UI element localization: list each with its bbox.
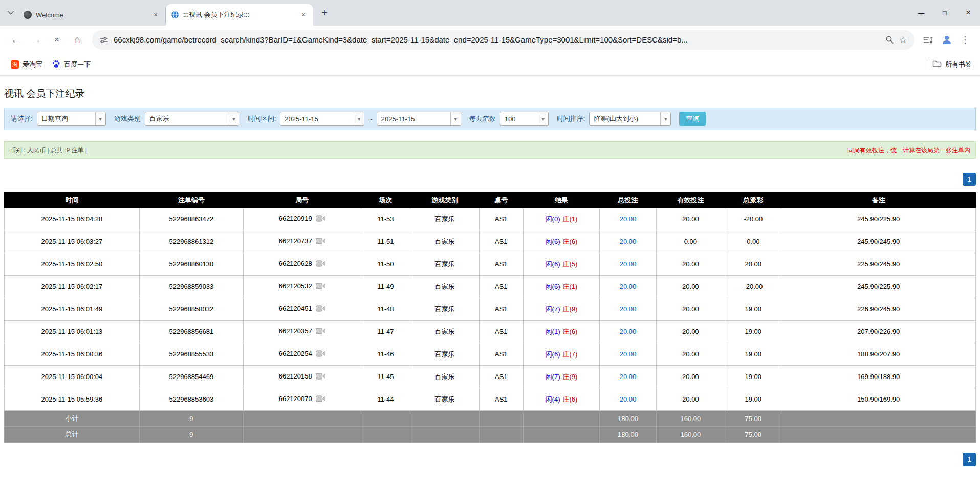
cell-bet-id: 522968856681 [139,321,243,343]
tab-betrecord[interactable]: :::视讯 会员下注纪录::: × [166,4,313,26]
sum-payout: 75.00 [725,411,781,427]
video-icon[interactable] [316,372,325,381]
new-tab-button[interactable]: + [317,6,332,20]
total-bet-link[interactable]: 20.00 [620,215,637,223]
table-row: 2025-11-15 06:01:13522968856681662120357… [5,321,976,343]
chevron-down-icon[interactable]: ▾ [354,112,364,125]
video-icon[interactable] [316,237,325,246]
total-bet-link[interactable]: 20.00 [620,395,637,403]
table-header-row: 时间注单编号局号场次游戏类别桌号结果总投注有效投注总派彩备注 [5,193,976,208]
per-page-select[interactable]: 100 ▾ [500,112,549,126]
tab-title: :::视讯 会员下注纪录::: [183,10,295,19]
cell-game-type: 百家乐 [410,253,480,276]
total-bet-link[interactable]: 20.00 [620,328,637,335]
forward-button[interactable]: → [27,30,46,50]
cell-payout: -20.00 [725,208,781,230]
cell-valid-bet: 20.00 [656,366,725,388]
search-button[interactable]: 查询 [679,112,706,126]
video-icon[interactable] [316,215,325,223]
valid-bet-notice-text: 同局有效投注，统一计算在该局第一张注单内 [847,146,970,155]
back-button[interactable]: ← [6,30,26,50]
cell-total-bet: 20.00 [600,253,656,276]
game-type-select[interactable]: 百家乐 ▾ [145,112,239,126]
bookmark-baidu[interactable]: 百度一下 [47,57,95,72]
page-number-button[interactable]: 1 [963,453,976,466]
table-row: 2025-11-15 06:02:17522968859033662120532… [5,276,976,298]
bookmark-taobao[interactable]: 淘 爱淘宝 [6,57,47,72]
cell-result: 闲(6)庄(7) [523,343,600,366]
total-bet-link[interactable]: 20.00 [620,373,637,381]
date-start-select[interactable]: 2025-11-15 ▾ [280,112,364,126]
cell-table-no: AS1 [480,208,523,230]
cell-payout: 19.00 [725,321,781,343]
maximize-button[interactable]: □ [933,0,956,26]
column-header: 局号 [243,193,361,208]
cell-result: 闲(7)庄(9) [523,366,600,388]
bookmark-label: 爱淘宝 [23,60,42,69]
cell-session: 11-53 [361,208,410,230]
video-icon[interactable] [316,260,325,268]
chevron-down-icon[interactable]: ▾ [95,112,105,125]
bookmark-star-icon[interactable]: ☆ [899,34,907,46]
cell-valid-bet: 20.00 [656,343,725,366]
video-icon[interactable] [316,282,325,291]
video-icon[interactable] [316,395,325,404]
chevron-down-icon[interactable]: ▾ [229,112,239,125]
site-info-icon[interactable] [99,35,108,45]
table-row: 2025-11-15 06:00:04522968854469662120158… [5,366,976,388]
cell-payout: 19.00 [725,388,781,411]
video-icon[interactable] [316,305,325,313]
sort-select[interactable]: 降幂(由大到小) ▾ [589,112,671,126]
sum-label: 小计 [5,411,140,427]
chevron-down-icon[interactable]: ▾ [538,112,548,125]
date-range-label: 时间区间: [248,114,276,123]
total-bet-link[interactable]: 20.00 [620,238,637,245]
sort-value: 降幂(由大到小) [590,114,660,123]
video-icon[interactable] [316,327,325,336]
cell-bet-id: 522968860130 [139,253,243,276]
close-button[interactable]: × [956,0,980,26]
url-text[interactable]: 66cxkj98.com/game/betrecord_search/kind3… [114,35,880,44]
query-type-select[interactable]: 日期查询 ▾ [37,112,106,126]
all-bookmarks-button[interactable]: 所有书签 [932,60,974,69]
cell-remark: 169.90/188.90 [781,366,976,388]
total-bet-link[interactable]: 20.00 [620,350,637,358]
tab-welcome[interactable]: Welcome × [18,7,166,23]
page-number-button[interactable]: 1 [963,173,976,186]
home-button[interactable]: ⌂ [68,30,87,50]
zoom-icon[interactable] [885,35,894,44]
total-bet-link[interactable]: 20.00 [620,283,637,290]
result-banker: 庄(1) [562,215,577,223]
sum-empty [523,411,600,427]
sum-count: 9 [139,411,243,427]
total-bet-link[interactable]: 20.00 [620,305,637,313]
folder-icon [932,60,942,69]
tab-close-icon[interactable]: × [151,10,160,19]
cell-result: 闲(6)庄(5) [523,253,600,276]
stop-button[interactable]: × [47,30,67,50]
date-end-select[interactable]: 2025-11-15 ▾ [377,112,461,126]
address-bar[interactable]: 66cxkj98.com/game/betrecord_search/kind3… [92,30,914,50]
cell-time: 2025-11-15 06:00:36 [5,343,140,366]
total-bet-link[interactable]: 20.00 [620,260,637,268]
page-title: 视讯 会员下注纪录 [4,76,976,108]
profile-avatar[interactable] [938,31,955,49]
cell-session: 11-48 [361,298,410,321]
browser-menu-icon[interactable]: ⋮ [956,31,974,49]
tab-search-button[interactable] [3,5,18,20]
sum-label: 总计 [5,427,140,443]
cell-game-type: 百家乐 [410,343,480,366]
minimize-button[interactable]: — [909,0,933,26]
all-bookmarks-label: 所有书签 [945,60,972,69]
round-number: 662120158 [279,372,312,380]
tab-close-icon[interactable]: × [299,10,308,19]
video-icon[interactable] [316,350,325,359]
sum-empty [781,411,976,427]
cell-time: 2025-11-15 06:03:27 [5,230,140,253]
tab-bar: Welcome × :::视讯 会员下注纪录::: × + — □ × [0,0,980,26]
chevron-down-icon[interactable]: ▾ [660,112,670,125]
baidu-icon [52,59,60,70]
welcome-tab-favicon [24,11,32,19]
chevron-down-icon[interactable]: ▾ [450,112,461,125]
media-controls-icon[interactable] [920,31,937,49]
